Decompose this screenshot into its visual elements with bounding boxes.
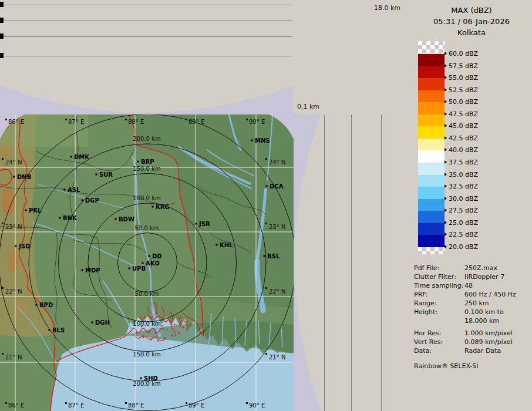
top-projection-panel [0, 0, 294, 114]
city-marker [92, 322, 93, 324]
city-label: BRP [141, 159, 154, 165]
height-gridlines [0, 5, 292, 56]
city-label: MNS [255, 137, 270, 144]
legend-color-cell [418, 66, 445, 79]
metadata-label: Hor Res: [414, 329, 464, 337]
longitude-label: 87° E [68, 402, 84, 409]
legend-tick-arrow-icon [445, 136, 447, 140]
metadata-value: 18.000 km [464, 317, 499, 325]
legend-tick-label: 37.5 dBZ [445, 159, 478, 167]
legend-color-cell [418, 139, 445, 151]
grid-label-dot [5, 119, 7, 120]
legend-color-cell [418, 126, 445, 139]
longitude-label: 86° E [8, 402, 24, 409]
grid-label-dot [265, 287, 267, 289]
grid-label-dot [186, 402, 187, 404]
side-projection-panel [294, 114, 382, 411]
legend-overflow-high [418, 41, 445, 54]
legend-tick-label: 50.0 dBZ [445, 98, 478, 106]
city-label: JSD [18, 243, 30, 250]
longitude-label: 86° E [8, 119, 24, 125]
legend-color-cell [418, 175, 445, 187]
metadata-row: Clutter Filter:IIRDoppler 7 [414, 273, 531, 282]
metadata-value: 250Z.max [464, 264, 497, 272]
grid-label-dot [2, 353, 4, 355]
legend-tick-arrow-icon [445, 221, 447, 224]
height-axis-min-label: 0.1 km [297, 103, 319, 110]
grid-label-dot [65, 402, 67, 404]
city-label: KHL [220, 242, 233, 248]
city-marker [137, 161, 139, 163]
metadata-row: Pdf File:250Z.max [414, 264, 531, 273]
legend-tick-label: 45.0 dBZ [445, 122, 478, 130]
height-axis-ticks [0, 2, 4, 58]
range-ring-label: 100.0 km [133, 195, 160, 201]
city-marker [196, 223, 197, 225]
legend-tick-label: 20.0 dBZ [445, 243, 478, 251]
city-marker [96, 174, 97, 176]
metadata-row: PRF:600 Hz / 450 Hz [414, 291, 531, 299]
grid-label-dot [265, 158, 267, 160]
metadata-row: Vert Res:0.089 km/pixel [414, 338, 531, 347]
metadata-value: 0.100 km to [464, 308, 504, 316]
city-marker [266, 186, 268, 187]
metadata-label: Pdf File: [414, 264, 464, 272]
grid-label-dot [265, 353, 267, 355]
legend-color-cell [418, 90, 445, 103]
legend-color-cell [418, 150, 445, 163]
legend-tick-label: 52.5 dBZ [445, 86, 478, 95]
legend-tick-arrow-icon [445, 148, 447, 151]
city-marker [49, 329, 50, 331]
city-marker [264, 255, 265, 257]
longitude-label: 90° E [249, 402, 265, 409]
legend-tick-label: 32.5 dBZ [445, 183, 478, 191]
legend-tick-arrow-icon [445, 64, 447, 68]
city-marker [59, 217, 61, 219]
city-label: UPB [132, 265, 146, 272]
latitude-label: 23° N [5, 224, 22, 230]
metadata-row: Time sampling:48 [414, 282, 531, 291]
city-marker [82, 200, 83, 201]
city-label: DCA [270, 183, 284, 190]
scan-coverage-fan [0, 86, 294, 114]
legend-tick-arrow-icon [445, 233, 447, 236]
color-scale-labels: 60.0 dBZ57.5 dBZ55.0 dBZ52.5 dBZ50.0 dBZ… [445, 41, 527, 254]
grid-label-dot [125, 119, 127, 120]
legend-tick-arrow-icon [445, 208, 447, 212]
longitude-label: 88° E [128, 119, 144, 125]
city-label: MDP [85, 267, 100, 274]
station-name: Kolkata [411, 27, 532, 38]
latitude-label: 21° N [269, 354, 285, 361]
legend-tick-label: 42.5 dBZ [445, 134, 478, 143]
legend-tick-arrow-icon [445, 124, 447, 127]
product-header: MAX (dBZ) 05:31 / 06-Jan-2026 Kolkata [411, 5, 532, 38]
city-label: SUR [99, 171, 113, 178]
legend-tick-arrow-icon [445, 245, 447, 248]
city-marker [70, 156, 72, 158]
side-projection-graphic [294, 114, 382, 411]
legend-tick-arrow-icon [445, 173, 447, 176]
legend-tick-arrow-icon [445, 160, 447, 164]
metadata-value: 48 [464, 282, 473, 289]
legend-overflow-low [418, 247, 445, 254]
legend-color-cell [418, 102, 445, 114]
metadata-label: Clutter Filter: [414, 273, 464, 281]
color-scale-bar [418, 41, 445, 254]
legend-tick-arrow-icon [445, 52, 447, 55]
legend-tick-label: 57.5 dBZ [445, 62, 478, 70]
grid-label-dot [125, 402, 127, 404]
city-marker [14, 176, 15, 178]
city-marker [15, 245, 17, 247]
range-ring-label: 50.0 km [135, 225, 159, 231]
range-ring-label: 100.0 km [133, 321, 160, 327]
metadata-row: Height:0.100 km to [414, 308, 531, 317]
city-marker [36, 304, 38, 306]
longitude-label: 88° E [128, 402, 144, 409]
city-marker [140, 378, 142, 379]
city-label: KRG [156, 204, 170, 210]
legend-color-cell [418, 78, 445, 90]
radar-map-graphic: 86° E86° E87° E87° E88° E88° E89° E89° E… [0, 114, 294, 411]
legend-tick-label: 47.5 dBZ [445, 110, 478, 119]
radar-map[interactable]: 86° E86° E87° E87° E88° E88° E89° E89° E… [0, 114, 294, 411]
legend-color-cell [418, 235, 445, 247]
